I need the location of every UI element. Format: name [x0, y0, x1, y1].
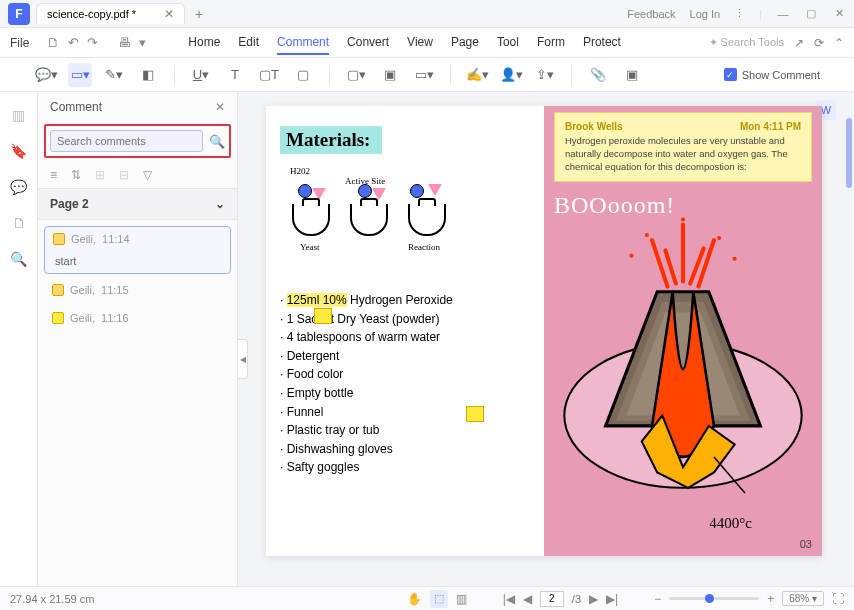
more-icon[interactable]: ⋮ [734, 7, 745, 20]
tab-close-icon[interactable]: ✕ [164, 7, 174, 21]
text-tool[interactable]: T [223, 63, 247, 87]
hide-tool[interactable]: ▣ [620, 63, 644, 87]
close-button[interactable]: ✕ [832, 7, 846, 21]
maximize-button[interactable]: ▢ [804, 7, 818, 21]
panel-collapse-icon[interactable]: ◀ [238, 339, 248, 379]
user-tool[interactable]: 👤▾ [499, 63, 523, 87]
filter-type-icon[interactable]: ⊟ [119, 168, 129, 182]
panel-close-icon[interactable]: ✕ [215, 100, 225, 114]
highlight-tool[interactable]: ▭▾ [68, 63, 92, 87]
undo-icon[interactable]: ↶ [68, 35, 79, 50]
prev-page-icon[interactable]: ◀ [523, 592, 532, 606]
zoom-slider[interactable] [669, 597, 759, 600]
diag-yeast-label: Yeast [300, 242, 320, 252]
save-icon[interactable]: 🗋 [47, 35, 60, 50]
diag-reaction-label: Reaction [408, 242, 440, 252]
underline-tool[interactable]: U▾ [189, 63, 213, 87]
bookmark-icon[interactable]: 🔖 [10, 142, 28, 160]
thumbnail-icon[interactable]: ▥ [10, 106, 28, 124]
side-strip: ▥ 🔖 💬 🗋 🔍 [0, 92, 38, 586]
sticky-time: Mon 4:11 PM [740, 121, 801, 132]
search-highlight-box: 🔍 [44, 124, 231, 158]
print-icon[interactable]: 🖶 [118, 35, 131, 50]
sticky-note-icon[interactable] [314, 308, 332, 324]
app-logo: F [8, 3, 30, 25]
sign-tool[interactable]: ✍▾ [465, 63, 489, 87]
first-page-icon[interactable]: |◀ [503, 592, 515, 606]
select-tool-icon[interactable]: ⬚ [430, 590, 448, 608]
menu-protect[interactable]: Protect [583, 31, 621, 55]
page-dimensions: 27.94 x 21.59 cm [10, 593, 94, 605]
share-icon[interactable]: ▾ [139, 35, 146, 50]
zoom-value[interactable]: 68% ▾ [782, 591, 824, 606]
menu-tool[interactable]: Tool [497, 31, 519, 55]
svg-point-3 [629, 254, 633, 258]
search-tools[interactable]: Search Tools [721, 36, 784, 48]
search-panel-icon[interactable]: 🔍 [10, 250, 28, 268]
collapse-icon[interactable]: ⊞ [95, 168, 105, 182]
page-number: 03 [800, 538, 812, 550]
measure-tool[interactable]: ▭▾ [412, 63, 436, 87]
redo-icon[interactable]: ↷ [87, 35, 98, 50]
temperature-label: 4400°c [709, 515, 752, 532]
svg-point-1 [645, 233, 649, 237]
menu-edit[interactable]: Edit [238, 31, 259, 55]
external-icon[interactable]: ↗ [794, 36, 804, 50]
comment-item[interactable]: Geili,11:15 [44, 278, 231, 302]
note-tool[interactable]: 💬▾ [34, 63, 58, 87]
menu-convert[interactable]: Convert [347, 31, 389, 55]
expand-icon[interactable]: ⌃ [834, 36, 844, 50]
zoom-in-icon[interactable]: + [767, 592, 774, 606]
sticky-note-icon[interactable] [466, 406, 484, 422]
scroll-thumb[interactable] [846, 118, 852, 188]
stamp-tool[interactable]: ▣ [378, 63, 402, 87]
sort-icon[interactable]: ≡ [50, 168, 57, 182]
material-item: · Safty goggles [280, 458, 530, 477]
material-item: · 125ml 10% Hydrogen Peroxide [280, 291, 530, 310]
attach-tool[interactable]: 📎 [586, 63, 610, 87]
textbox-tool[interactable]: ▢T [257, 63, 281, 87]
menu-home[interactable]: Home [188, 31, 220, 55]
comment-item[interactable]: Geili,11:16 [44, 306, 231, 330]
circle-icon [298, 184, 312, 198]
boom-text: BOOooom! [554, 192, 675, 219]
pencil-tool[interactable]: ✎▾ [102, 63, 126, 87]
document-tab[interactable]: science-copy.pdf * ✕ [36, 3, 185, 24]
read-mode-icon[interactable]: ▥ [456, 592, 467, 606]
attachment-icon[interactable]: 🗋 [10, 214, 28, 232]
material-item: · Plastic tray or tub [280, 421, 530, 440]
file-menu[interactable]: File [10, 36, 29, 50]
comment-panel-icon[interactable]: 💬 [10, 178, 28, 196]
new-tab-button[interactable]: + [195, 6, 203, 22]
login-link[interactable]: Log In [690, 8, 721, 20]
filter-icon[interactable]: ▽ [143, 168, 152, 182]
menu-form[interactable]: Form [537, 31, 565, 55]
feedback-link[interactable]: Feedback [627, 8, 675, 20]
callout-tool[interactable]: ▢ [291, 63, 315, 87]
export-tool[interactable]: ⇪▾ [533, 63, 557, 87]
sticky-note-large[interactable]: Brook Wells Mon 4:11 PM Hydrogen peroxid… [554, 112, 812, 182]
cloud-icon[interactable]: ⟳ [814, 36, 824, 50]
minimize-button[interactable]: — [776, 7, 790, 21]
show-comment-toggle[interactable]: ✓ Show Comment [724, 68, 820, 81]
comment-item[interactable]: Geili,11:14start [44, 226, 231, 274]
menu-comment[interactable]: Comment [277, 31, 329, 55]
last-page-icon[interactable]: ▶| [606, 592, 618, 606]
fit-page-icon[interactable]: ⛶ [832, 592, 844, 606]
comment-user: Geili, [71, 233, 96, 245]
page-section-header[interactable]: Page 2 ⌄ [38, 189, 237, 220]
menu-view[interactable]: View [407, 31, 433, 55]
comment-user: Geili, [70, 284, 95, 296]
next-page-icon[interactable]: ▶ [589, 592, 598, 606]
page-number-input[interactable] [540, 591, 564, 607]
zoom-out-icon[interactable]: − [654, 592, 661, 606]
search-comments-input[interactable] [50, 130, 203, 152]
vertical-scrollbar[interactable] [846, 106, 852, 572]
document-canvas[interactable]: W ◀ Materials: H202 Active Site Yeast [238, 92, 854, 586]
search-icon[interactable]: 🔍 [209, 134, 225, 149]
expand-all-icon[interactable]: ⇅ [71, 168, 81, 182]
hand-tool-icon[interactable]: ✋ [407, 592, 422, 606]
shape-tool[interactable]: ▢▾ [344, 63, 368, 87]
eraser-tool[interactable]: ◧ [136, 63, 160, 87]
menu-page[interactable]: Page [451, 31, 479, 55]
